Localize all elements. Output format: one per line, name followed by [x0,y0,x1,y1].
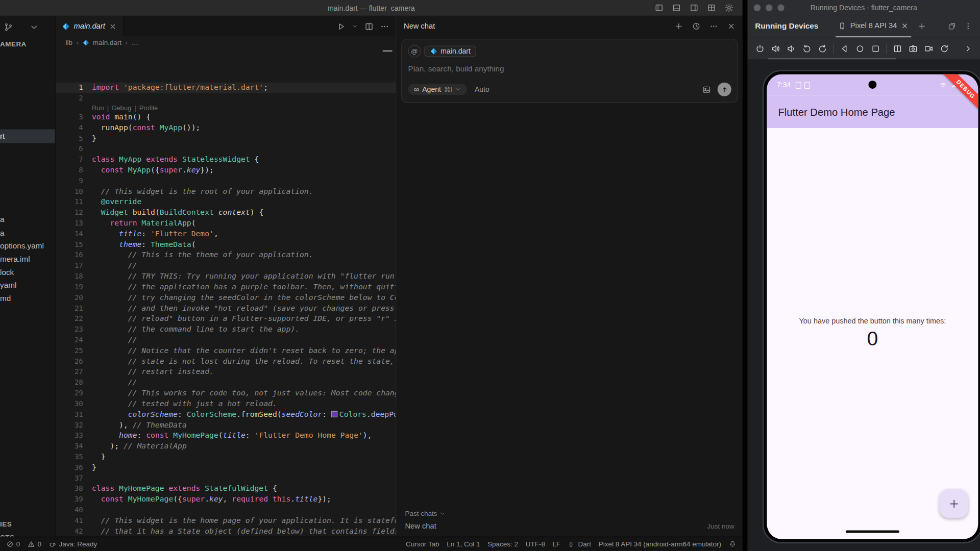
code-line[interactable]: 42 // that it has a State object (define… [56,526,396,537]
line-number[interactable]: 4 [56,122,92,133]
customize-layout-icon[interactable] [707,3,716,12]
chat-history-icon[interactable] [692,22,701,31]
line-number[interactable]: 8 [56,165,92,176]
add-device-icon[interactable] [918,22,926,31]
settings-gear-icon[interactable] [724,3,733,12]
status-item-ln-1-col-1[interactable]: Ln 1, Col 1 [447,540,480,548]
line-number[interactable]: 6 [56,144,92,155]
chat-more-icon[interactable] [709,22,718,31]
status-item-pixel-8-api-34-android-a[interactable]: Pixel 8 API 34 (android-arm64 emulator) [599,540,721,548]
status-item-0[interactable]: 0 [6,540,20,548]
codelens-run-link[interactable]: Run [92,104,104,112]
line-number[interactable]: 21 [56,303,92,314]
line-number[interactable]: 33 [56,431,92,441]
code-line[interactable]: 6 [56,144,396,155]
line-number[interactable]: 41 [56,515,92,526]
code-line[interactable]: 15 theme: ThemeData( [56,239,396,250]
codelens-debug-link[interactable]: Debug [112,104,131,112]
code-line[interactable]: 23 // the command line to start the app)… [56,324,396,335]
code-line[interactable]: 1import 'package:flutter/material.dart'; [56,83,396,93]
video-icon[interactable] [924,43,934,54]
line-number[interactable]: 29 [56,388,92,398]
rotate-right-icon[interactable] [818,43,828,54]
code-line[interactable]: 37 [56,473,396,484]
line-number[interactable]: 1 [56,83,92,93]
code-line[interactable]: 30 // tested with just a hot reload. [56,398,396,409]
status-item-lf[interactable]: LF [553,540,561,548]
line-number[interactable]: 9 [56,176,92,186]
file-item[interactable]: md [0,292,55,306]
code-line[interactable]: 2 [56,93,396,104]
line-number[interactable]: 28 [56,378,92,388]
float-window-icon[interactable] [947,22,956,31]
toggle-panel-icon[interactable] [672,3,681,12]
code-line[interactable]: 32 ), // ThemeData [56,420,396,431]
line-number[interactable]: 14 [56,229,92,239]
code-line[interactable]: 5} [56,133,396,144]
code-line[interactable]: 13 return MaterialApp( [56,218,396,229]
line-number[interactable]: 20 [56,292,92,303]
code-line[interactable]: 10 // This widget is the root of your ap… [56,186,396,197]
agent-mode-selector[interactable]: ∞ Agent ⌘I [408,84,468,95]
panel-options-icon[interactable] [964,22,972,31]
increment-fab[interactable] [939,489,968,518]
line-number[interactable]: 7 [56,154,92,165]
code-line[interactable]: 16 // This is the theme of your applicat… [56,250,396,261]
code-line[interactable]: 34 ); // MaterialApp [56,441,396,452]
close-tab-icon[interactable] [109,22,117,30]
status-item-java-ready[interactable]: Java: Ready [49,540,97,548]
run-button-icon[interactable] [336,21,346,31]
code-line[interactable]: 35 } [56,452,396,462]
line-number[interactable]: 26 [56,356,92,367]
code-line[interactable]: 12 Widget build(BuildContext context) { [56,208,396,218]
status-item[interactable] [729,540,737,548]
new-chat-icon[interactable] [674,22,683,31]
code-line[interactable]: 28 // [56,378,396,388]
code-line[interactable]: 22 // reload" button in a Flutter-suppor… [56,314,396,324]
status-item-dart[interactable]: {}Dart [568,540,591,548]
device-tab-pixel8[interactable]: Pixel 8 API 34 [836,15,912,37]
code-line[interactable]: 9 [56,176,396,186]
past-chats-toggle[interactable]: Past chats [405,510,734,517]
chat-input-box[interactable]: @ main.dart Plan, search, build anything… [401,39,738,103]
status-item-utf-8[interactable]: UTF-8 [526,540,545,548]
code-line[interactable]: 24 // [56,335,396,345]
line-number[interactable]: 30 [56,398,92,409]
code-line[interactable]: 11 @override [56,197,396,208]
code-line[interactable]: 26 // state is not lost during the reloa… [56,356,396,367]
code-line[interactable]: 19 // the application has a purple toolb… [56,282,396,292]
line-number[interactable]: 10 [56,186,92,197]
line-number[interactable]: 39 [56,494,92,505]
add-context-button[interactable]: @ [408,45,421,57]
code-line[interactable]: 8 const MyApp({super.key}); [56,165,396,176]
code-line[interactable]: 41 // This widget is the home page of yo… [56,515,396,526]
tab-main-dart[interactable]: main.dart [56,16,124,36]
rotate-left-icon[interactable] [802,43,812,54]
file-item[interactable]: mera.iml [0,253,55,266]
line-number[interactable]: 18 [56,271,92,282]
line-number[interactable]: 23 [56,324,92,335]
volume-down-icon[interactable] [786,43,796,54]
breadcrumb-more[interactable]: … [131,39,138,46]
code-line[interactable]: 36} [56,462,396,473]
file-item[interactable]: rt [0,129,55,143]
status-item-cursor-tab[interactable]: Cursor Tab [406,540,439,548]
line-number[interactable]: 37 [56,473,92,484]
code-line[interactable]: 29 // This works for code too, not just … [56,388,396,398]
line-number[interactable]: 35 [56,452,92,462]
code-line[interactable]: 33 home: const MyHomePage(title: 'Flutte… [56,431,396,441]
code-line[interactable]: 25 // Notice that the counter didn't res… [56,345,396,356]
code-line[interactable]: 14 title: 'Flutter Demo', [56,229,396,239]
toggle-primary-sidebar-icon[interactable] [654,3,664,12]
power-icon[interactable] [755,43,765,54]
chat-history-item[interactable]: New chat Just now [405,521,734,530]
code-line[interactable]: 20 // try changing the seedColor in the … [56,292,396,303]
code-line[interactable]: 40 [56,505,396,515]
model-selector[interactable]: Auto [475,86,489,93]
zoom-window-button[interactable] [777,4,784,11]
camera-icon[interactable] [908,43,918,54]
close-device-tab-icon[interactable] [901,21,909,30]
attach-image-icon[interactable] [702,85,711,94]
file-item[interactable]: a [0,226,55,240]
line-number[interactable]: 12 [56,208,92,218]
